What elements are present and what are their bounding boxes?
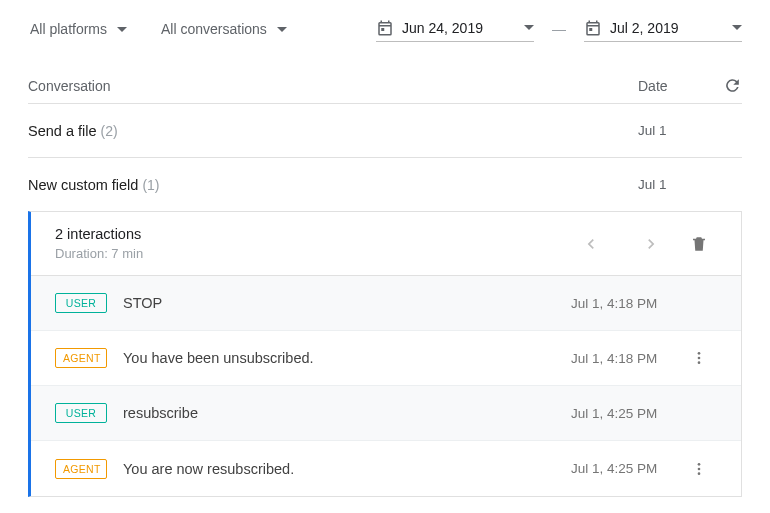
trash-icon [690,235,708,253]
filter-row: All platforms All conversations Jun 24, … [28,14,742,44]
message-row: AGENT You have been unsubscribed. Jul 1,… [31,331,741,386]
column-date: Date [638,78,698,94]
conversation-date: Jul 1 [638,123,698,138]
card-header: 2 interactions Duration: 7 min [31,212,741,276]
role-badge-agent: AGENT [55,459,107,479]
message-text: You are now resubscribed. [123,461,571,477]
role-badge-user: USER [55,293,107,313]
conversations-dropdown-label: All conversations [161,21,267,37]
message-text: STOP [123,295,571,311]
message-row: AGENT You are now resubscribed. Jul 1, 4… [31,441,741,496]
message-text: You have been unsubscribed. [123,350,571,366]
more-vert-icon [691,461,707,477]
chevron-down-icon [732,25,742,30]
conversation-title: Send a file [28,123,97,139]
chevron-right-icon [641,234,661,254]
conversation-count: (2) [101,123,118,139]
date-from-label: Jun 24, 2019 [402,20,516,36]
chevron-down-icon [524,25,534,30]
duration-label: Duration: 7 min [55,246,143,261]
message-row: USER resubscribe Jul 1, 4:25 PM [31,386,741,441]
svg-rect-0 [381,28,384,31]
prev-button[interactable] [561,234,621,254]
chevron-down-icon [277,27,287,32]
svg-point-7 [698,472,701,475]
role-badge-agent: AGENT [55,348,107,368]
next-button[interactable] [621,234,681,254]
message-time: Jul 1, 4:18 PM [571,296,681,311]
interactions-count: 2 interactions [55,226,143,242]
page-root: All platforms All conversations Jun 24, … [0,0,770,497]
svg-point-5 [698,463,701,466]
delete-button[interactable] [681,235,717,253]
conversation-title: New custom field [28,177,138,193]
conversation-detail-card: 2 interactions Duration: 7 min USER STOP… [28,211,742,497]
platform-dropdown-label: All platforms [30,21,107,37]
svg-point-2 [698,352,701,355]
platform-dropdown[interactable]: All platforms [28,17,133,41]
chevron-down-icon [117,27,127,32]
chevron-left-icon [581,234,601,254]
conversations-dropdown[interactable]: All conversations [159,17,293,41]
date-to-label: Jul 2, 2019 [610,20,724,36]
more-vert-icon [691,350,707,366]
message-time: Jul 1, 4:18 PM [571,351,681,366]
refresh-button[interactable] [723,76,742,95]
calendar-icon [584,19,602,37]
message-time: Jul 1, 4:25 PM [571,461,681,476]
conversation-row[interactable]: Send a file (2) Jul 1 [28,104,742,158]
message-time: Jul 1, 4:25 PM [571,406,681,421]
date-range-dash: — [552,21,566,37]
message-menu-button[interactable] [681,461,717,477]
conversation-date: Jul 1 [638,177,698,192]
message-menu-button[interactable] [681,350,717,366]
date-to-picker[interactable]: Jul 2, 2019 [584,17,742,42]
conversation-row[interactable]: New custom field (1) Jul 1 [28,158,742,212]
message-text: resubscribe [123,405,571,421]
column-headers: Conversation Date [28,76,742,104]
svg-rect-1 [589,28,592,31]
message-row: USER STOP Jul 1, 4:18 PM [31,276,741,331]
column-conversation: Conversation [28,78,638,94]
svg-point-3 [698,357,701,360]
calendar-icon [376,19,394,37]
conversation-count: (1) [142,177,159,193]
svg-point-6 [698,467,701,470]
date-from-picker[interactable]: Jun 24, 2019 [376,17,534,42]
role-badge-user: USER [55,403,107,423]
svg-point-4 [698,361,701,364]
